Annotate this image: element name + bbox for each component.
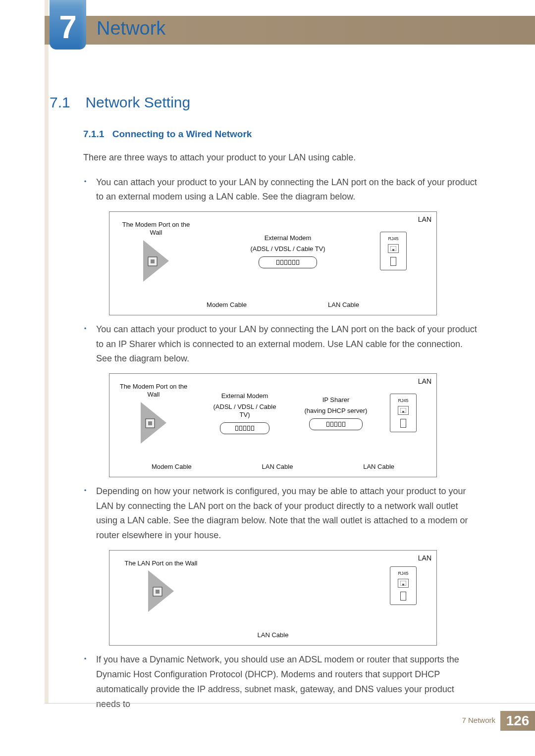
section-title: Network Setting bbox=[85, 94, 190, 111]
cable-labels-row: Modem Cable LAN Cable LAN Cable bbox=[116, 461, 429, 472]
rj45-label: RJ45 bbox=[398, 570, 408, 577]
page-footer: 7 Network 126 bbox=[45, 703, 535, 733]
rj45-label: RJ45 bbox=[398, 397, 408, 404]
list-item: You can attach your product to your LAN … bbox=[83, 322, 481, 477]
wall-lan-label: The LAN Port on the Wall bbox=[116, 559, 206, 567]
lan-label: LAN bbox=[418, 376, 431, 387]
wall-port-icon bbox=[143, 240, 169, 282]
sharer-label-line1: IP Sharer bbox=[299, 396, 373, 404]
modem-icon bbox=[259, 256, 317, 268]
rj45-port-icon bbox=[398, 406, 409, 415]
cable-plug-icon bbox=[400, 592, 406, 601]
left-decorative-strip bbox=[45, 0, 49, 703]
modem-label-line1: External Modem bbox=[238, 234, 337, 242]
svg-rect-5 bbox=[148, 421, 152, 425]
wall-port-icon bbox=[141, 402, 166, 444]
wall-port-icon bbox=[148, 570, 174, 612]
footer-chapter-label: 7 Network bbox=[462, 716, 495, 724]
cable-labels-row: Modem Cable LAN Cable bbox=[116, 300, 429, 310]
chapter-number-badge: 7 bbox=[50, 0, 86, 50]
wall-port-label: The Modem Port on the Wall bbox=[116, 221, 196, 237]
rj45-label: RJ45 bbox=[388, 235, 398, 243]
bullet-text: You can attach your product to your LAN … bbox=[96, 177, 477, 202]
footer-page-number: 126 bbox=[500, 711, 535, 731]
list-item: You can attach your product to your LAN … bbox=[83, 175, 481, 315]
modem-label-line2: (ADSL / VDSL / Cable TV) bbox=[238, 245, 337, 253]
wall-port-label: The Modem Port on the Wall bbox=[116, 383, 191, 399]
lan-label: LAN bbox=[418, 214, 431, 225]
cable-plug-icon bbox=[390, 257, 396, 266]
rj45-port-icon bbox=[388, 244, 399, 253]
bullet-text: You can attach your product to your LAN … bbox=[96, 324, 477, 363]
lan-cable-label: LAN Cable bbox=[328, 300, 359, 310]
chapter-title: Network bbox=[97, 18, 165, 39]
modem-label-line2: (ADSL / VDSL / Cable TV) bbox=[208, 403, 282, 419]
rj45-port-icon bbox=[398, 579, 409, 588]
cable-plug-icon bbox=[400, 419, 406, 428]
intro-paragraph: There are three ways to attach your prod… bbox=[83, 151, 481, 165]
svg-rect-7 bbox=[402, 411, 404, 413]
bullet-list: You can attach your product to your LAN … bbox=[83, 175, 481, 712]
svg-rect-11 bbox=[402, 584, 404, 586]
svg-rect-3 bbox=[392, 249, 394, 251]
tv-back-panel-icon: RJ45 bbox=[390, 566, 417, 605]
diagram-modem-direct: LAN The Modem Port on the Wall External … bbox=[109, 211, 437, 315]
bullet-text: If you have a Dynamic Network, you shoul… bbox=[96, 655, 459, 708]
subsection-title: Connecting to a Wired Network bbox=[112, 129, 252, 140]
sharer-label-line2: (having DHCP server) bbox=[299, 407, 373, 415]
section-number: 7.1 bbox=[50, 94, 83, 111]
subsection-heading: 7.1.1 Connecting to a Wired Network bbox=[83, 129, 481, 140]
lan-cable-label: LAN Cable bbox=[262, 461, 293, 472]
svg-rect-1 bbox=[151, 259, 155, 263]
diagram-ip-sharer: LAN The Modem Port on the Wall External … bbox=[109, 373, 437, 477]
tv-back-panel-icon: RJ45 bbox=[380, 232, 407, 270]
lan-cable-label: LAN Cable bbox=[363, 461, 394, 472]
modem-label-line1: External Modem bbox=[208, 392, 282, 400]
page-content: 7.1 Network Setting 7.1.1 Connecting to … bbox=[50, 94, 481, 715]
subsection-number: 7.1.1 bbox=[83, 129, 104, 140]
svg-rect-9 bbox=[156, 590, 160, 594]
section-heading: 7.1 Network Setting bbox=[50, 94, 481, 111]
cable-labels-row: LAN Cable bbox=[116, 630, 429, 640]
diagram-wall-direct: LAN The LAN Port on the Wall RJ45 bbox=[109, 550, 437, 646]
tv-back-panel-icon: RJ45 bbox=[390, 394, 417, 432]
modem-cable-label: Modem Cable bbox=[152, 461, 192, 472]
bullet-text: Depending on how your network is configu… bbox=[96, 486, 468, 540]
list-item: Depending on how your network is configu… bbox=[83, 484, 481, 646]
modem-cable-label: Modem Cable bbox=[207, 300, 247, 310]
lan-cable-label: LAN Cable bbox=[258, 630, 289, 640]
modem-icon bbox=[220, 422, 269, 434]
lan-label: LAN bbox=[418, 553, 431, 564]
ip-sharer-icon bbox=[309, 418, 363, 430]
